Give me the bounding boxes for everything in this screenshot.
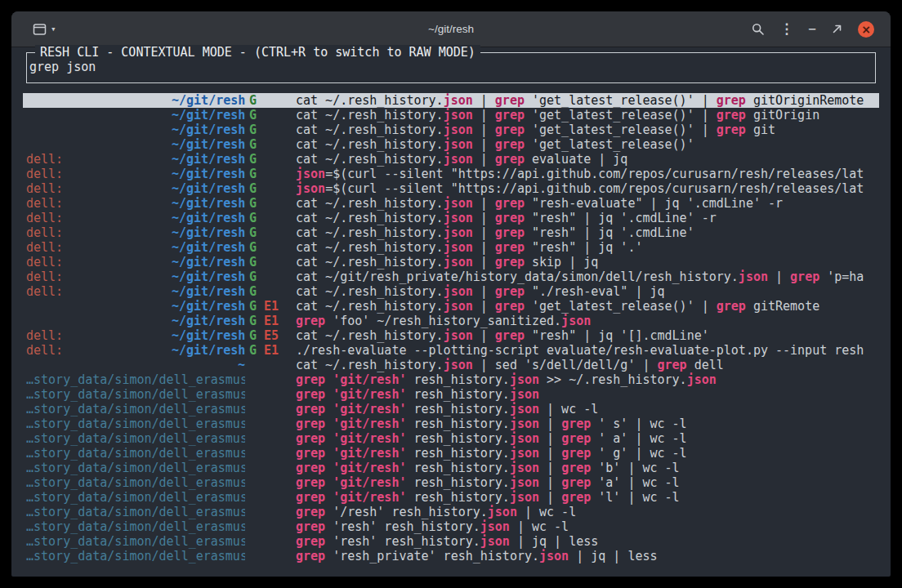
command-text: | jq | less: [569, 549, 657, 564]
history-row[interactable]: …story_data/simon/dell_erasmusgrep 'git/…: [23, 461, 879, 475]
command-text: ./resh-evaluate --plotting-script evalua…: [296, 343, 864, 358]
history-row[interactable]: …story_data/simon/dell_erasmusgrep 'resh…: [23, 534, 879, 549]
maximize-button[interactable]: [831, 23, 843, 35]
history-context-path: …story_data/simon/dell_erasmus: [26, 416, 245, 431]
command-text: cat ~/.resh_history.: [296, 211, 444, 225]
exit-ok-flag: G: [249, 196, 257, 211]
search-button[interactable]: [752, 23, 765, 36]
history-context-path: …story_data/simon/dell_erasmus: [26, 431, 245, 446]
new-tab-button[interactable]: ▾: [33, 23, 56, 36]
history-row[interactable]: ~cat ~/.resh_history.json | sed 's/dell/…: [23, 358, 879, 372]
history-flags: [245, 475, 296, 490]
history-row[interactable]: dell:~/git/reshGcat ~/git/resh_private/h…: [23, 270, 879, 284]
match-text: grep: [495, 255, 525, 270]
history-command: grep 'git/resh' resh_history.json | grep…: [296, 461, 876, 475]
minimize-button[interactable]: −: [808, 23, 816, 36]
match-text: grep: [296, 475, 325, 490]
command-text: [325, 475, 333, 490]
match-text: grep: [561, 431, 591, 446]
history-command: cat ~/.resh_history.json | grep 'get_lat…: [296, 137, 876, 152]
history-row[interactable]: …story_data/simon/dell_erasmusgrep 'git/…: [23, 475, 879, 490]
history-flags: G: [245, 211, 296, 225]
match-text: grep: [296, 372, 325, 387]
history-row[interactable]: dell:~/git/reshG E5cat ~/.resh_history.j…: [23, 328, 879, 343]
history-directory: ~/git/resh: [172, 299, 245, 314]
command-text: |: [473, 240, 495, 255]
history-row[interactable]: …story_data/simon/dell_erasmusgrep 'resh…: [23, 519, 879, 534]
exit-ok-flag: G: [249, 152, 257, 167]
history-flags: G: [245, 108, 296, 122]
history-flags: G: [245, 167, 296, 181]
history-flags: [245, 372, 296, 387]
history-flags: [245, 490, 296, 505]
history-row[interactable]: dell:~/git/reshGcat ~/.resh_history.json…: [23, 284, 879, 299]
match-text: json: [444, 108, 473, 122]
match-text: grep: [296, 416, 325, 431]
history-directory: ~/git/resh: [172, 284, 245, 299]
history-row[interactable]: dell:~/git/reshGcat ~/.resh_history.json…: [23, 225, 879, 240]
command-text: | wc -l: [539, 402, 598, 416]
match-text: grep: [296, 505, 325, 519]
history-host: [26, 93, 172, 108]
command-text: |: [473, 328, 495, 343]
command-text: git: [746, 122, 775, 137]
history-row[interactable]: ~/git/reshGcat ~/.resh_history.json | gr…: [23, 93, 879, 108]
match-text: grep: [717, 108, 746, 122]
history-host: dell:: [26, 152, 172, 167]
command-text: 'p=ha: [819, 270, 864, 284]
command-text: |: [539, 475, 561, 490]
match-text: json: [444, 358, 473, 372]
match-text: 'git/resh': [333, 416, 406, 431]
history-command: grep 'git/resh' resh_history.json >> ~/.…: [296, 372, 876, 387]
command-text: |: [473, 108, 495, 122]
history-row[interactable]: ~/git/reshGcat ~/.resh_history.json | gr…: [23, 122, 879, 137]
command-text: cat ~/.resh_history.: [296, 196, 444, 211]
history-row[interactable]: …story_data/simon/dell_erasmusgrep 'git/…: [23, 431, 879, 446]
history-row[interactable]: …story_data/simon/dell_erasmusgrep 'git/…: [23, 387, 879, 402]
command-text: skip | jq: [525, 255, 598, 270]
history-row[interactable]: dell:~/git/reshGcat ~/.resh_history.json…: [23, 211, 879, 225]
history-row[interactable]: ~/git/reshGcat ~/.resh_history.json | gr…: [23, 137, 879, 152]
match-text: grep: [296, 387, 325, 402]
history-row[interactable]: …story_data/simon/dell_erasmusgrep 'git/…: [23, 416, 879, 431]
history-row[interactable]: …story_data/simon/dell_erasmusgrep 'git/…: [23, 402, 879, 416]
match-text: grep: [495, 299, 525, 314]
history-row[interactable]: dell:~/git/reshG E1./resh-evaluate --plo…: [23, 343, 879, 358]
history-row[interactable]: …story_data/simon/dell_erasmusgrep 'git/…: [23, 372, 879, 387]
exit-ok-flag: G: [249, 108, 257, 122]
history-directory: ~/git/resh: [172, 211, 245, 225]
history-flags: G: [245, 152, 296, 167]
match-text: json: [444, 299, 473, 314]
history-flags: G E1: [245, 299, 296, 314]
history-row[interactable]: dell:~/git/reshGcat ~/.resh_history.json…: [23, 196, 879, 211]
history-row[interactable]: dell:~/git/reshGcat ~/.resh_history.json…: [23, 152, 879, 167]
history-row[interactable]: ~/git/reshGcat ~/.resh_history.json | gr…: [23, 108, 879, 122]
close-button[interactable]: ×: [858, 21, 874, 38]
exit-ok-flag: G: [249, 122, 257, 137]
history-row[interactable]: …story_data/simon/dell_erasmusgrep 'git/…: [23, 446, 879, 461]
history-command: cat ~/.resh_history.json | grep 'get_lat…: [296, 299, 876, 314]
history-row[interactable]: …story_data/simon/dell_erasmusgrep 'git/…: [23, 490, 879, 505]
history-row[interactable]: ~/git/reshG E1cat ~/.resh_history.json |…: [23, 299, 879, 314]
command-text: "resh-evaluate" | jq '.cmdLine' -r: [525, 196, 783, 211]
match-text: json: [510, 402, 539, 416]
history-directory: ~: [172, 358, 245, 372]
history-row[interactable]: ~/git/reshG E1grep 'foo' ~/resh_history_…: [23, 314, 879, 328]
history-row[interactable]: dell:~/git/reshGcat ~/.resh_history.json…: [23, 240, 879, 255]
history-row[interactable]: dell:~/git/reshGjson=$(curl --silent "ht…: [23, 181, 879, 196]
match-text: grep: [495, 240, 525, 255]
match-text: grep: [658, 358, 687, 372]
exit-ok-flag: G: [249, 181, 257, 196]
history-row[interactable]: dell:~/git/reshGcat ~/.resh_history.json…: [23, 255, 879, 270]
command-text: |: [473, 211, 495, 225]
command-text: cat ~/.resh_history.: [296, 240, 444, 255]
history-row[interactable]: …story_data/simon/dell_erasmusgrep '/res…: [23, 505, 879, 519]
history-flags: G: [245, 225, 296, 240]
command-text: 'get_latest_release()' |: [525, 299, 717, 314]
history-flags: [245, 505, 296, 519]
history-row[interactable]: …story_data/simon/dell_erasmusgrep 'resh…: [23, 549, 879, 564]
menu-button[interactable]: ⋮: [779, 22, 793, 36]
command-text: resh_history.: [406, 461, 509, 475]
history-row[interactable]: dell:~/git/reshGjson=$(curl --silent "ht…: [23, 167, 879, 181]
history-host: dell:: [26, 225, 172, 240]
